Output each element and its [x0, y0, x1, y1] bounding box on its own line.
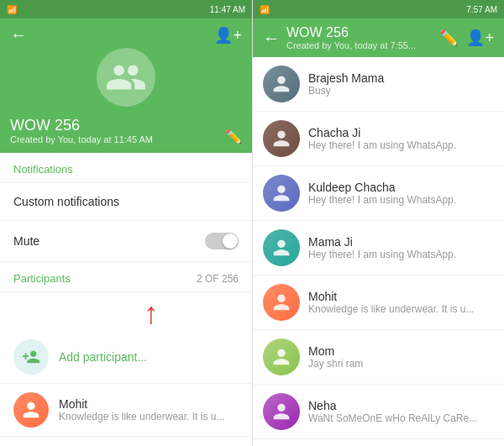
participants-count: 2 OF 256	[197, 273, 239, 285]
left-group-created: Created by You, today at 11:45 AM	[10, 134, 242, 144]
notifications-section-header: Notifications	[0, 153, 252, 183]
left-edit-icon[interactable]: ✏️	[225, 129, 242, 144]
contacts-list: Brajesh MamaBusyChacha JiHey there! I am…	[253, 57, 504, 446]
contact-item[interactable]: Pawan Soni# silence have secrets 😀	[253, 439, 504, 446]
right-time: 7:57 AM	[466, 5, 497, 14]
contact-name: Kuldeep Chacha	[308, 181, 494, 194]
contact-name: Mom	[308, 344, 494, 358]
participant-status: Knowledge is like underwear. It is u...	[59, 411, 239, 422]
participant-name: Mohit	[59, 397, 239, 411]
mute-label: Mute	[13, 234, 205, 248]
contact-item[interactable]: MohitKnowledge is like underwear. It is …	[253, 275, 504, 330]
contact-avatar	[263, 393, 300, 430]
right-icons: ✏️ 👤+	[439, 29, 494, 47]
contact-message: Knowledge is like underwear. It is u...	[308, 303, 494, 315]
group-avatar	[97, 48, 155, 107]
contact-info: MomJay shri ram	[308, 344, 494, 370]
contact-info: Brajesh MamaBusy	[308, 71, 494, 97]
participants-label: Participants	[13, 272, 71, 285]
contact-item[interactable]: Kuldeep ChachaHey there! I am using What…	[253, 166, 504, 221]
contact-item[interactable]: MomJay shri ram	[253, 330, 504, 385]
right-group-name: WOW 256	[286, 25, 433, 40]
avatar-placeholder	[13, 392, 49, 428]
left-status-right: 11:47 AM	[210, 5, 245, 14]
right-edit-icon[interactable]: ✏️	[439, 29, 458, 47]
left-status-left: 📶	[7, 5, 17, 14]
red-arrow-icon: ↑	[144, 296, 159, 331]
contact-info: MohitKnowledge is like underwear. It is …	[308, 290, 494, 315]
add-participant-label: Add participant...	[59, 350, 147, 364]
contact-name: Chacha Ji	[308, 126, 494, 139]
contact-avatar	[263, 338, 300, 375]
contact-name: Mohit	[308, 290, 494, 303]
contact-avatar	[263, 120, 300, 157]
contact-item[interactable]: Brajesh MamaBusy	[253, 57, 504, 112]
left-status-bar: 📶 11:47 AM	[0, 0, 252, 18]
right-group-sub: Created by You, today at 7:55...	[286, 40, 433, 50]
right-back-button[interactable]: ←	[263, 29, 280, 48]
contact-message: Busy	[308, 85, 494, 97]
contact-item[interactable]: NehaWaNt SoMeOnE wHo ReAlLy CaRe...	[253, 385, 504, 439]
left-group-avatar-area	[0, 48, 252, 113]
contact-avatar	[263, 175, 300, 212]
group-icon	[105, 56, 147, 98]
right-status-bar: 📶 7:57 AM	[253, 0, 504, 18]
right-header: ← WOW 256 Created by You, today at 7:55.…	[253, 18, 504, 57]
contact-info: Mama JiHey there! I am using WhatsApp.	[308, 235, 494, 260]
contact-message: Jay shri ram	[308, 358, 494, 370]
add-participant-icon	[13, 339, 49, 375]
mute-toggle[interactable]	[205, 233, 239, 249]
contact-name: Mama Ji	[308, 235, 494, 249]
participant-avatar	[13, 392, 49, 428]
custom-notifications-label: Custom notifications	[13, 195, 239, 208]
left-signal-icon: 📶	[7, 5, 17, 14]
contact-info: NehaWaNt SoMeOnE wHo ReAlLy CaRe...	[308, 399, 494, 424]
contact-message: WaNt SoMeOnE wHo ReAlLy CaRe...	[308, 412, 494, 424]
right-panel: 📶 7:57 AM ← WOW 256 Created by You, toda…	[252, 0, 504, 446]
mute-item[interactable]: Mute	[0, 221, 252, 262]
left-back-button[interactable]: ←	[10, 25, 27, 45]
contact-message: Hey there! I am using WhatsApp.	[308, 139, 494, 151]
contact-name: Neha	[308, 399, 494, 412]
right-status-left: 📶	[260, 5, 270, 14]
participant-info: Mohit Knowledge is like underwear. It is…	[59, 397, 239, 422]
left-content: Notifications Custom notifications Mute …	[0, 153, 252, 446]
contact-message: Hey there! I am using WhatsApp.	[308, 249, 494, 260]
contact-avatar	[263, 229, 300, 266]
contact-avatar	[263, 284, 300, 321]
right-signal-icon: 📶	[260, 5, 270, 14]
left-panel: 📶 11:47 AM ← 👤+ WOW 256 Created by You, …	[0, 0, 252, 446]
left-group-info: WOW 256 Created by You, today at 11:45 A…	[0, 113, 252, 153]
participant-item[interactable]: Mohit Knowledge is like underwear. It is…	[0, 384, 252, 437]
arrow-container: ↑	[0, 292, 252, 331]
add-participant-button[interactable]: Add participant...	[0, 331, 252, 384]
custom-notifications-item[interactable]: Custom notifications	[0, 183, 252, 221]
contact-item[interactable]: Chacha JiHey there! I am using WhatsApp.	[253, 112, 504, 166]
participants-section: Participants 2 OF 256	[0, 262, 252, 292]
toggle-knob	[223, 233, 238, 249]
left-toolbar: ← 👤+	[0, 18, 252, 48]
left-group-name: WOW 256	[10, 117, 242, 134]
contact-avatar	[263, 66, 300, 102]
contact-name: Brajesh Mama	[308, 71, 494, 85]
right-status-right: 7:57 AM	[466, 5, 497, 14]
left-header: ← 👤+ WOW 256 Created by You, today at 11…	[0, 18, 252, 153]
left-add-person-icon[interactable]: 👤+	[214, 26, 242, 45]
right-group-info: WOW 256 Created by You, today at 7:55...	[286, 25, 433, 50]
contact-message: Hey there! I am using WhatsApp.	[308, 194, 494, 206]
contact-info: Chacha JiHey there! I am using WhatsApp.	[308, 126, 494, 151]
right-add-person-icon[interactable]: 👤+	[466, 29, 494, 47]
contact-info: Kuldeep ChachaHey there! I am using What…	[308, 181, 494, 206]
contact-item[interactable]: Mama JiHey there! I am using WhatsApp.	[253, 221, 504, 275]
left-time: 11:47 AM	[210, 5, 245, 14]
